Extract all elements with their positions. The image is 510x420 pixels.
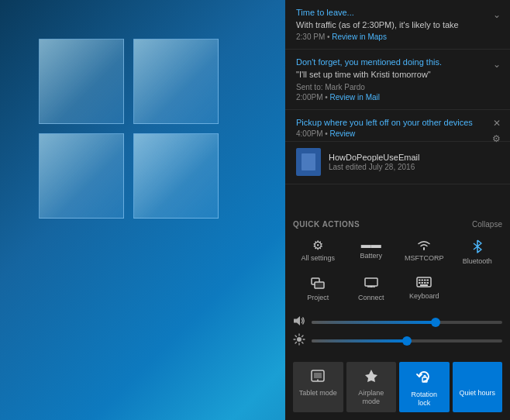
battery-icon: ▬▬ (361, 239, 381, 250)
airplane-icon (364, 368, 379, 386)
airplane-mode-button[interactable]: Airplanemode (346, 362, 397, 412)
quick-actions-row1: ⚙ All settings ▬▬ Battery MSFTCORP (293, 235, 502, 269)
notifications-list: Time to leave... With traffic (as of 2:3… (285, 0, 510, 214)
svg-rect-5 (422, 279, 424, 281)
notif-2-action[interactable]: Review in Mail (330, 93, 380, 102)
notif-2-title: Don't forget, you mentioned doing this. (296, 57, 499, 67)
project-icon (311, 277, 325, 291)
tablet-mode-icon (310, 368, 326, 386)
notification-1: Time to leave... With traffic (as of 2:3… (285, 0, 510, 50)
qa-battery-label: Battery (360, 252, 382, 260)
bluetooth-icon (472, 239, 483, 255)
qa-project-label: Project (307, 294, 329, 302)
quick-actions-section: QUICK ACTIONS Collapse ⚙ All settings ▬▬… (285, 214, 510, 313)
notif-2-body: "I'll set up time with Kristi tomorrow" (296, 69, 499, 81)
qa-battery[interactable]: ▬▬ Battery (346, 235, 397, 269)
qa-keyboard-label: Keyboard (409, 292, 439, 301)
notif-3-meta: 4:00PM • Review (296, 129, 499, 138)
notif-1-action[interactable]: Review in Maps (332, 33, 387, 41)
pane-top-right (133, 39, 219, 124)
notif-1-time: 2:30 PM (296, 33, 325, 41)
bottom-actions-grid: Tablet mode Airplanemode Rotationlock (285, 357, 510, 420)
qa-keyboard[interactable]: Keyboard (399, 272, 450, 305)
qa-bluetooth-label: Bluetooth (463, 257, 492, 266)
file-info: HowDoPeopleUseEmail Last edited July 28,… (329, 153, 499, 171)
svg-point-13 (297, 337, 302, 342)
notif-1-title: Time to leave... (296, 8, 499, 17)
connect-icon (364, 277, 378, 291)
rotation-lock-button[interactable]: Rotationlock (399, 362, 450, 412)
notif-2-time: 2:00PM (296, 93, 322, 102)
svg-rect-1 (315, 282, 324, 288)
file-item[interactable]: HowDoPeopleUseEmail Last edited July 28,… (285, 142, 510, 184)
volume-fill (312, 321, 436, 324)
svg-rect-8 (419, 282, 421, 284)
notif-2-time-meta: 2:00PM • Review in Mail (296, 93, 499, 102)
sliders-section (285, 312, 510, 357)
svg-rect-9 (422, 282, 424, 284)
svg-rect-7 (427, 279, 429, 281)
svg-rect-11 (427, 282, 429, 284)
settings-icon: ⚙ (312, 239, 323, 252)
brightness-slider-row (293, 333, 502, 348)
rotation-lock-label: Rotationlock (411, 391, 437, 408)
qa-all-settings[interactable]: ⚙ All settings (293, 235, 343, 269)
volume-thumb[interactable] (431, 318, 440, 327)
notif-3-title: Pickup where you left off on your other … (296, 118, 499, 127)
notif-2-meta: Sent to: Mark Pardo (296, 83, 499, 91)
keyboard-icon (416, 277, 432, 290)
qa-project[interactable]: Project (293, 272, 343, 305)
qa-bluetooth[interactable]: Bluetooth (453, 235, 503, 269)
chevron-down-icon[interactable]: ⌄ (493, 9, 501, 20)
brightness-track[interactable] (312, 339, 502, 343)
qa-wifi[interactable]: MSFTCORP (399, 235, 450, 269)
qa-all-settings-label: All settings (301, 254, 335, 263)
close-icon[interactable]: ✕ (493, 118, 501, 129)
notif-2-sent-to: Sent to: Mark Pardo (296, 83, 365, 91)
brightness-icon (293, 333, 305, 348)
pane-bottom-left (39, 133, 124, 219)
qa-empty (453, 272, 503, 305)
svg-point-15 (317, 380, 319, 381)
brightness-thumb[interactable] (402, 336, 412, 346)
qa-connect-label: Connect (358, 294, 384, 302)
rotation-lock-icon (415, 368, 432, 387)
file-date: Last edited July 28, 2016 (329, 163, 499, 171)
notif-1-meta: 2:30 PM • Review in Maps (296, 33, 499, 41)
quick-actions-title: QUICK ACTIONS (293, 220, 360, 229)
chevron-down-icon-2[interactable]: ⌄ (493, 59, 501, 70)
volume-icon (293, 315, 305, 329)
airplane-mode-label: Airplanemode (358, 389, 384, 406)
svg-rect-12 (420, 284, 428, 286)
qa-connect[interactable]: Connect (346, 272, 397, 305)
quiet-hours-button[interactable]: Quiet hours (453, 362, 503, 412)
windows-logo (39, 39, 219, 219)
brightness-fill (312, 339, 407, 343)
svg-rect-16 (314, 373, 322, 378)
volume-slider-row (293, 315, 502, 329)
notification-2: Don't forget, you mentioned doing this. … (285, 50, 510, 109)
notif-3-action[interactable]: Review (330, 129, 356, 138)
qa-msftcorp-label: MSFTCORP (405, 254, 444, 263)
pane-top-left (39, 39, 124, 124)
wifi-icon (417, 239, 431, 252)
file-name: HowDoPeopleUseEmail (329, 153, 499, 162)
quick-actions-row2: Project Connect (293, 272, 502, 305)
notification-3: Pickup where you left off on your other … (285, 110, 510, 142)
svg-rect-6 (424, 279, 426, 281)
quiet-hours-label: Quiet hours (459, 389, 495, 398)
svg-rect-10 (424, 282, 426, 284)
quiet-hours-icon (470, 368, 485, 386)
quick-actions-header: QUICK ACTIONS Collapse (293, 220, 502, 229)
notif-1-body: With traffic (as of 2:30PM), it's likely… (296, 19, 499, 31)
settings-icon[interactable]: ⚙ (492, 133, 501, 144)
tablet-mode-button[interactable]: Tablet mode (293, 362, 343, 412)
tablet-mode-label: Tablet mode (299, 389, 337, 398)
svg-rect-2 (365, 278, 377, 286)
volume-track[interactable] (312, 321, 502, 324)
file-icon (296, 148, 321, 176)
collapse-button[interactable]: Collapse (472, 220, 502, 229)
document-icon (302, 153, 315, 170)
svg-rect-4 (419, 279, 421, 281)
action-center: Time to leave... With traffic (as of 2:3… (285, 0, 510, 420)
